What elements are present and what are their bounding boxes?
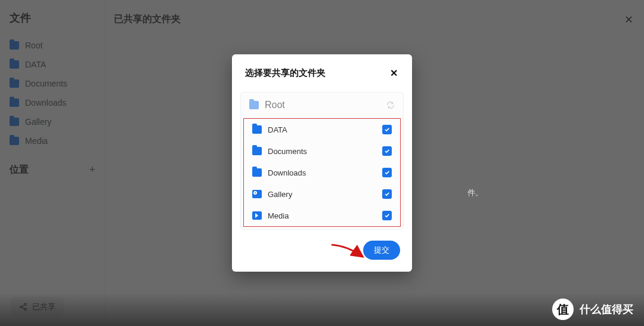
checkbox-checked[interactable] — [382, 146, 392, 156]
folder-icon — [252, 147, 262, 155]
folder-icon — [252, 168, 262, 177]
folder-row-documents[interactable]: Documents — [244, 140, 400, 162]
checkbox-checked[interactable] — [382, 168, 392, 177]
folder-row-label: Media — [268, 211, 289, 220]
modal-close-button[interactable]: ✕ — [389, 66, 399, 80]
checkbox-checked[interactable] — [382, 125, 392, 134]
refresh-icon — [386, 101, 395, 109]
background-hint-text: 件。 — [467, 187, 483, 198]
folder-row-label: Gallery — [268, 190, 292, 199]
annotation-arrow-icon — [330, 244, 364, 260]
folder-list-highlight: DATA Documents Downloads — [243, 118, 401, 227]
modal-header: 选择要共享的文件夹 ✕ — [232, 54, 412, 82]
image-icon — [252, 190, 262, 198]
folder-row-label: Downloads — [268, 168, 306, 177]
check-icon — [384, 127, 390, 133]
select-folder-modal: 选择要共享的文件夹 ✕ Root DATA — [232, 54, 412, 272]
folder-row-root: Root — [241, 93, 403, 118]
folder-row-downloads[interactable]: Downloads — [244, 162, 400, 183]
folder-icon — [252, 125, 262, 134]
folder-row-gallery[interactable]: Gallery — [244, 183, 400, 205]
submit-button[interactable]: 提交 — [363, 241, 400, 260]
folder-row-label: DATA — [268, 125, 287, 134]
media-icon — [252, 211, 262, 220]
modal-title: 选择要共享的文件夹 — [245, 67, 326, 79]
check-icon — [384, 191, 390, 197]
check-icon — [384, 170, 390, 176]
checkbox-checked[interactable] — [382, 211, 392, 220]
folder-row-data[interactable]: DATA — [244, 119, 400, 140]
folder-icon — [249, 101, 259, 109]
check-icon — [384, 213, 390, 219]
folder-row-label: Root — [265, 100, 285, 110]
check-icon — [384, 148, 390, 154]
checkbox-checked[interactable] — [382, 189, 392, 199]
folder-row-media[interactable]: Media — [244, 205, 400, 226]
folder-row-label: Documents — [268, 147, 307, 156]
modal-footer: 提交 — [232, 230, 412, 272]
folder-panel: Root DATA Documents — [240, 92, 404, 230]
